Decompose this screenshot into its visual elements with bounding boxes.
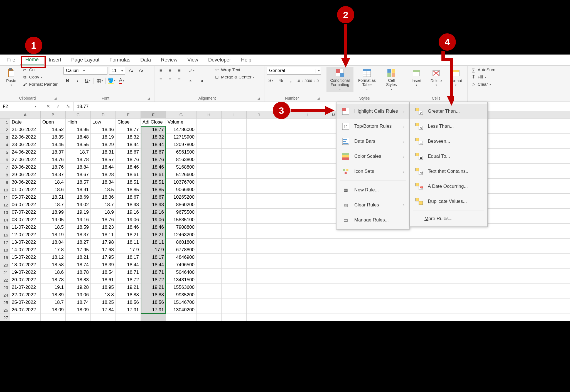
cell[interactable]: 18.84 [66, 164, 91, 171]
cell[interactable] [222, 201, 247, 208]
cancel-formula-button[interactable]: ✕ [43, 102, 53, 111]
cell[interactable]: 12-07-2022 [10, 231, 41, 238]
cell[interactable]: 6561500 [166, 149, 196, 156]
cf-new-rule[interactable]: ▦New Rule... [336, 183, 409, 198]
cell[interactable]: 22-06-2022 [10, 134, 41, 141]
cell[interactable] [196, 314, 222, 321]
cell[interactable]: 18.78 [41, 276, 66, 283]
cell[interactable]: 17.98 [91, 239, 116, 246]
cell[interactable]: 18.99 [41, 209, 66, 216]
cell[interactable] [296, 164, 321, 171]
hcr-less-than[interactable]: <Less Than... [410, 119, 487, 134]
hcr-between[interactable]: ▭Between... [410, 134, 487, 149]
row-header[interactable]: 24 [0, 291, 10, 299]
cell[interactable]: High [66, 119, 91, 126]
cell[interactable]: 18.11 [91, 231, 116, 238]
cell[interactable]: 18.71 [141, 269, 166, 276]
cell[interactable]: 18.7 [41, 299, 66, 306]
column-header-E[interactable]: E [116, 111, 141, 118]
row-header[interactable]: 9 [0, 179, 10, 186]
cell[interactable] [296, 276, 321, 283]
cell[interactable] [271, 119, 296, 126]
align-right-button[interactable]: ≡ [175, 75, 183, 83]
cell[interactable] [247, 276, 271, 283]
increase-indent-button[interactable]: ⇥ [197, 77, 205, 85]
copy-button[interactable]: ⧉Copy▾ [21, 74, 59, 80]
cell[interactable] [247, 299, 271, 306]
cell[interactable] [196, 149, 222, 156]
align-bottom-button[interactable]: ≡ [175, 67, 183, 75]
cell[interactable]: 9675500 [166, 209, 196, 216]
align-left-button[interactable]: ≡ [157, 75, 165, 83]
cell[interactable]: 12097800 [166, 141, 196, 148]
cell[interactable] [196, 306, 222, 314]
cell[interactable]: 11-07-2022 [10, 224, 41, 231]
cell[interactable]: 18.19 [91, 134, 116, 141]
row-header[interactable]: 7 [0, 164, 10, 171]
cell[interactable]: 8860200 [166, 201, 196, 208]
cell[interactable] [116, 314, 141, 321]
cf-clear-rules[interactable]: ▨Clear Rules› [336, 198, 409, 213]
cell[interactable]: 18.37 [41, 171, 66, 178]
row-header[interactable]: 17 [0, 239, 10, 246]
cell[interactable]: 18.44 [116, 141, 141, 148]
tab-page-layout[interactable]: Page Layout [66, 55, 104, 65]
cell[interactable]: 18.95 [91, 284, 116, 291]
cell[interactable]: 17.9 [141, 246, 166, 253]
cell[interactable] [247, 141, 271, 148]
cell[interactable]: 12463200 [166, 231, 196, 238]
cell[interactable]: 18.76 [91, 216, 116, 223]
tab-help[interactable]: Help [236, 55, 256, 65]
tab-developer[interactable]: Developer [203, 55, 236, 65]
cell[interactable] [222, 299, 247, 306]
cell[interactable]: 18.51 [41, 194, 66, 201]
cell[interactable]: 18.29 [91, 141, 116, 148]
cell[interactable]: 18.23 [91, 224, 116, 231]
cell[interactable] [321, 306, 346, 314]
cell[interactable]: 18.52 [41, 126, 66, 133]
fill-color-button[interactable]: 🪣 [107, 77, 116, 85]
cell[interactable]: 24-06-2022 [10, 149, 41, 156]
cell[interactable]: 18.76 [41, 164, 66, 171]
cell[interactable] [247, 269, 271, 276]
cell[interactable]: Volume [166, 119, 196, 126]
cell[interactable] [222, 306, 247, 314]
cell[interactable]: 18.56 [141, 299, 166, 306]
cell[interactable] [296, 186, 321, 193]
column-header-F[interactable]: F [141, 111, 166, 118]
cell[interactable]: 15563600 [166, 284, 196, 291]
cell[interactable]: 10265200 [166, 194, 196, 201]
tab-view[interactable]: View [182, 55, 203, 65]
cell[interactable] [196, 276, 222, 283]
cell[interactable] [247, 239, 271, 246]
cell[interactable] [247, 126, 271, 133]
cell[interactable] [196, 291, 222, 299]
cell[interactable] [296, 239, 321, 246]
cell[interactable]: 18.74 [66, 299, 91, 306]
cell[interactable]: 15-07-2022 [10, 254, 41, 261]
cell[interactable] [196, 164, 222, 171]
cell[interactable] [271, 194, 296, 201]
cell[interactable]: 18.67 [116, 149, 141, 156]
cell[interactable]: 18.91 [66, 186, 91, 193]
cell[interactable]: 19.06 [66, 291, 91, 299]
hcr-duplicate-values[interactable]: Duplicate Values... [410, 194, 487, 209]
cell[interactable]: 26-07-2022 [10, 306, 41, 314]
cell[interactable] [222, 126, 247, 133]
cell[interactable]: 18.25 [91, 299, 116, 306]
row-header[interactable]: 4 [0, 141, 10, 148]
cell[interactable] [271, 171, 296, 178]
column-header-A[interactable]: A [10, 111, 41, 118]
cell[interactable] [91, 314, 116, 321]
cell[interactable]: 18.32 [141, 134, 166, 141]
cell[interactable]: 25-07-2022 [10, 299, 41, 306]
column-header-G[interactable]: G [166, 111, 196, 118]
cell[interactable] [196, 201, 222, 208]
cell[interactable] [296, 299, 321, 306]
cell[interactable]: 18.11 [141, 239, 166, 246]
cell[interactable]: Low [91, 119, 116, 126]
cell[interactable] [321, 239, 346, 246]
tab-home[interactable]: Home [20, 55, 44, 65]
cell[interactable]: 18.04 [41, 239, 66, 246]
cell[interactable] [247, 284, 271, 291]
